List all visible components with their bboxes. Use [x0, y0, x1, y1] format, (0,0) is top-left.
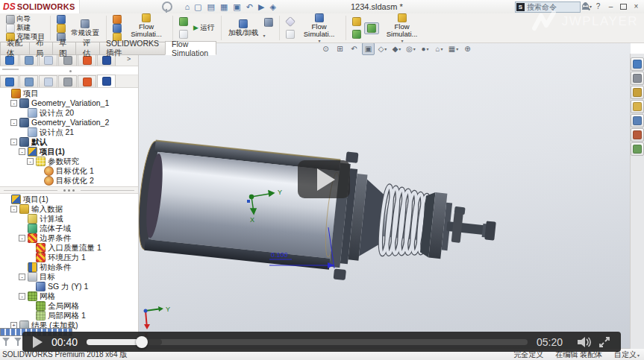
general-settings-button[interactable]: 常规设置 — [68, 15, 102, 41]
tree-item[interactable]: 默认 — [0, 137, 138, 147]
tab-evaluate[interactable]: 评估 — [75, 42, 99, 55]
tree-item[interactable]: 入口质量流量 1 — [0, 243, 138, 253]
flow-simulation-features-button[interactable]: Flow Simulati...▾ — [124, 15, 169, 41]
section-view-button[interactable]: ▣▾ — [362, 42, 375, 55]
flow-simulation-display-button[interactable]: Flow Simulati...▾ — [380, 15, 425, 41]
tree-item[interactable]: Geometry_Variation_2 — [0, 118, 138, 127]
tab-sketch[interactable]: 草图 — [52, 42, 75, 55]
tree-item[interactable]: 项目 — [0, 89, 138, 98]
pin-icon[interactable] — [162, 1, 172, 12]
tree-splitter[interactable] — [0, 186, 138, 194]
hide-show-items-button[interactable]: ◎▾ — [404, 42, 417, 55]
tree-item[interactable]: 计算域 — [0, 214, 138, 224]
tree-item[interactable]: 项目(1) — [0, 147, 138, 157]
wizard-button[interactable]: 向导 — [3, 15, 46, 23]
tree-item[interactable]: 流体子域 — [0, 224, 138, 233]
solidworks-resources-tab[interactable] — [631, 72, 644, 85]
tree-item[interactable]: 网格 — [0, 291, 138, 301]
apply-scene-button[interactable]: ⌂▾ — [433, 42, 446, 55]
tree-item[interactable]: 边界条件 — [0, 233, 138, 243]
new-project-button[interactable]: 新建 — [3, 24, 46, 32]
tree-item[interactable]: 设计点 21 — [0, 127, 138, 137]
tree-item[interactable]: SG 力 (Y) 1 — [0, 282, 138, 291]
panel-tab-icon — [25, 78, 34, 86]
variation-icon — [19, 118, 29, 127]
display-style-button[interactable]: ◆▾ — [390, 42, 403, 55]
play-button[interactable] — [33, 336, 43, 348]
zoom-to-area-button[interactable]: ⊞▾ — [334, 42, 346, 55]
file-explorer-tab[interactable] — [631, 100, 644, 113]
tree-item[interactable]: 项目(1) — [0, 195, 138, 204]
filter-icon[interactable] — [2, 338, 10, 342]
comp-domain-icon — [28, 214, 37, 224]
progress-rail[interactable] — [87, 339, 528, 345]
tree-item[interactable]: 目标优化 1 — [0, 166, 138, 176]
save-button[interactable]: ▦ — [219, 1, 230, 13]
print-button[interactable]: ▣ — [231, 1, 243, 13]
undo-button[interactable]: ↶ — [245, 1, 255, 13]
tree-item[interactable]: 局部网格 1 — [0, 311, 138, 320]
expand-toggle[interactable] — [19, 274, 25, 280]
conditions-icon — [113, 15, 122, 24]
new-document-button[interactable]: ▢ — [193, 1, 204, 13]
load-results-icon — [239, 19, 248, 28]
custom-properties-tab[interactable] — [631, 142, 644, 156]
property-manager-tab[interactable] — [19, 75, 38, 87]
expand-toggle[interactable] — [10, 119, 17, 126]
view-palette-tab[interactable] — [631, 114, 644, 127]
view-settings-button[interactable]: ▦▾ — [447, 42, 460, 55]
open-document-button[interactable]: ▤ — [206, 1, 217, 13]
previous-view-button[interactable]: ↶▾ — [348, 42, 360, 55]
select-button[interactable]: ▶ — [257, 1, 266, 13]
chevron-down-icon: ▾ — [398, 46, 401, 51]
display-toggle-button[interactable] — [364, 22, 379, 34]
home-button[interactable]: ⌂ — [183, 1, 191, 13]
edit-appearance-button[interactable]: ●▾ — [419, 42, 431, 55]
tab-addins[interactable]: SOLIDWORKS 插件 — [99, 42, 165, 55]
design-library-tab[interactable] — [631, 86, 644, 99]
tree-item[interactable]: 初始条件 — [0, 262, 138, 272]
display-manager-tab[interactable] — [78, 75, 96, 87]
tree-item[interactable]: 目标 — [0, 272, 138, 282]
volume-button[interactable] — [576, 336, 593, 348]
tree-item[interactable]: Geometry_Variation_1 — [0, 98, 138, 108]
expand-toggle[interactable] — [19, 148, 25, 155]
tree-item[interactable]: 参数研究 — [0, 157, 138, 166]
tree-item[interactable]: 输入数据 — [0, 204, 138, 214]
results-summary-icon — [264, 18, 273, 27]
rotate-view-button[interactable]: ⊕▾ — [461, 42, 474, 55]
collapsed-pane-splitter[interactable] — [0, 66, 138, 75]
flow-simulation-results-button[interactable]: Flow Simulati...▾ — [297, 15, 342, 41]
expand-toggle[interactable] — [27, 158, 34, 165]
jwplayer-watermark: JWPLAYER — [531, 10, 638, 33]
tree-item[interactable]: 环境压力 1 — [0, 253, 138, 262]
expand-toggle[interactable] — [10, 206, 17, 212]
expand-toggle[interactable] — [10, 100, 17, 107]
expand-toggle[interactable] — [19, 235, 25, 241]
tab-assembly[interactable]: 装配体 — [0, 42, 29, 55]
appearances-scenes-tab[interactable] — [631, 128, 644, 142]
seek-knob[interactable] — [136, 336, 148, 348]
tab-flow-simulation[interactable]: Flow Simulation — [165, 41, 216, 55]
load-unload-results-button[interactable]: 加载/卸载 — [225, 15, 262, 41]
options-button[interactable]: ◈ — [268, 1, 278, 13]
filter-icon[interactable] — [14, 338, 22, 342]
expand-toggle[interactable] — [19, 293, 25, 300]
results-load-group: 加载/卸载 ▾ — [224, 14, 277, 42]
graphics-viewport[interactable]: ⊙▾⊞▾↶▾▣▾◇▾◆▾◎▾●▾⌂▾▦▾⊕▾ — [138, 41, 631, 349]
dimxpert-manager-tab[interactable] — [58, 75, 77, 87]
view-orientation-button[interactable]: ◇▾ — [376, 42, 389, 55]
configuration-manager-tab[interactable] — [39, 75, 57, 87]
tree-item[interactable]: 设计点 20 — [0, 108, 138, 118]
expand-toggle[interactable] — [10, 139, 17, 145]
zoom-to-fit-button[interactable]: ⊙▾ — [319, 42, 332, 55]
panel-tab-icon — [44, 78, 53, 86]
tree-item[interactable]: 目标优化 2 — [0, 176, 138, 186]
tab-layout[interactable]: 布局 — [29, 42, 52, 55]
video-play-overlay-button[interactable] — [298, 160, 350, 198]
flow-simulation-tab[interactable] — [97, 75, 116, 87]
fullscreen-button[interactable] — [598, 336, 610, 348]
tree-item[interactable]: 全局网格 — [0, 301, 138, 311]
feature-manager-tab[interactable] — [0, 75, 19, 87]
run-button[interactable]: ▶运行 — [190, 15, 217, 41]
